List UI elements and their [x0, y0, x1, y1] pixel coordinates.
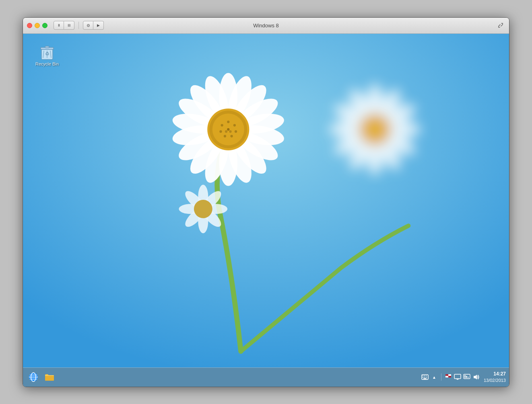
svg-rect-72: [423, 377, 423, 378]
svg-rect-79: [445, 376, 448, 377]
svg-point-23: [227, 121, 229, 123]
ie-taskbar-icon[interactable]: [26, 370, 41, 384]
svg-point-27: [224, 135, 226, 137]
flag-tray-icon[interactable]: [445, 373, 452, 381]
resize-button[interactable]: [496, 21, 505, 30]
network-tray-icon[interactable]: [463, 373, 470, 381]
svg-rect-70: [424, 375, 425, 376]
toolbar-right: [496, 21, 505, 30]
minimize-button[interactable]: [35, 23, 40, 28]
flag-icon: [445, 374, 452, 380]
svg-point-30: [229, 130, 231, 133]
close-button[interactable]: [27, 23, 32, 28]
pause-button[interactable]: ⏸: [54, 21, 64, 30]
desktop-background: [23, 34, 509, 367]
svg-rect-87: [468, 377, 469, 378]
svg-point-29: [225, 130, 227, 133]
svg-rect-73: [424, 377, 425, 378]
toolbar-left: ⏸ ⊞ ⚙ ▶: [54, 21, 104, 30]
clock-date: 13/02/2013: [484, 377, 506, 383]
svg-rect-67: [45, 375, 54, 376]
window-title: Windows 8: [253, 23, 279, 29]
svg-point-26: [230, 135, 233, 137]
svg-rect-80: [448, 376, 451, 377]
mac-window: ⏸ ⊞ ⚙ ▶ Windows 8: [23, 17, 509, 387]
svg-rect-57: [45, 46, 49, 48]
svg-rect-81: [454, 374, 461, 379]
tray-chevron-icon[interactable]: ▲: [431, 373, 438, 381]
svg-rect-85: [464, 375, 466, 378]
monitor-tray-icon[interactable]: [454, 373, 461, 381]
svg-rect-69: [423, 375, 423, 376]
recycle-bin-icon[interactable]: ♻ Recycle Bin: [31, 40, 63, 69]
svg-rect-71: [426, 375, 427, 376]
svg-rect-86: [466, 376, 467, 378]
forward-button[interactable]: ▶: [93, 21, 104, 30]
svg-point-40: [194, 199, 212, 218]
monitor-icon: [454, 374, 461, 380]
tray-separator: [441, 373, 441, 381]
taskbar: ▲: [23, 367, 509, 387]
volume-icon: [473, 374, 479, 380]
svg-rect-78: [448, 374, 451, 376]
keyboard-icon: [421, 374, 429, 380]
svg-rect-75: [423, 378, 427, 379]
settings-button[interactable]: ⚙: [83, 21, 93, 30]
windows-desktop[interactable]: ♻ Recycle Bin: [23, 34, 509, 367]
svg-point-25: [235, 130, 237, 133]
network-icon: [463, 374, 470, 380]
svg-point-24: [233, 124, 236, 126]
ie-icon: [28, 371, 39, 383]
svg-point-28: [219, 130, 222, 133]
title-bar: ⏸ ⊞ ⚙ ▶ Windows 8: [23, 18, 509, 34]
svg-rect-77: [445, 374, 448, 376]
taskbar-start-area: [26, 370, 57, 384]
screen-toggle-button[interactable]: ⊞: [64, 21, 74, 30]
svg-rect-0: [23, 34, 509, 367]
volume-tray-icon[interactable]: [472, 373, 480, 381]
system-tray: ▲: [421, 373, 480, 381]
traffic-lights: [27, 23, 47, 28]
toolbar-divider: [78, 22, 79, 29]
svg-point-54: [363, 117, 388, 142]
svg-point-22: [221, 124, 223, 126]
clock-area[interactable]: 14:27 13/02/2013: [484, 371, 506, 383]
svg-point-31: [227, 128, 229, 130]
folder-icon: [44, 371, 55, 383]
svg-text:♻: ♻: [45, 51, 49, 57]
recycle-bin-image: ♻: [37, 42, 57, 61]
recycle-bin-label: Recycle Bin: [35, 61, 59, 67]
keyboard-tray-icon[interactable]: [421, 373, 429, 381]
content-area: ♻ Recycle Bin: [23, 34, 509, 387]
svg-marker-88: [474, 375, 477, 379]
folder-taskbar-icon[interactable]: [42, 370, 57, 384]
maximize-button[interactable]: [42, 23, 47, 28]
clock-time: 14:27: [493, 371, 506, 377]
svg-rect-74: [426, 377, 427, 378]
